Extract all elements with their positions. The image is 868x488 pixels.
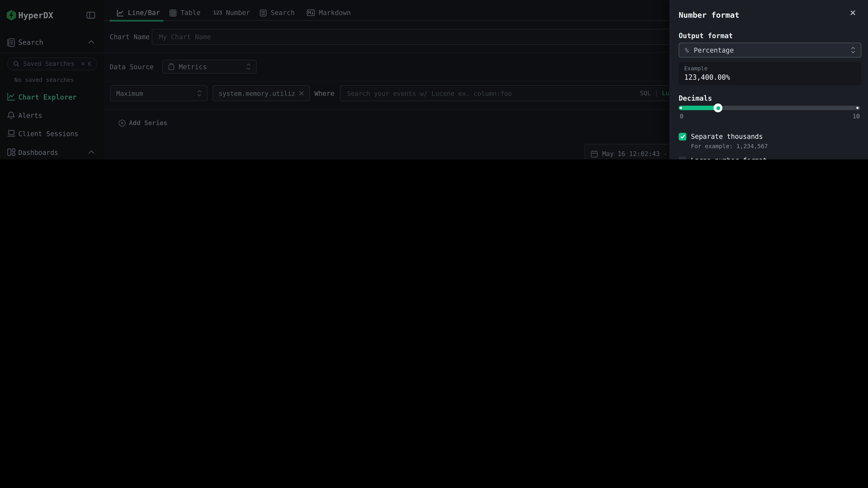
app-window: HyperDX Search Saved Searches ⌘ K xyxy=(0,0,868,159)
slider-min-label: 0 xyxy=(680,113,683,120)
slider-handle-dot xyxy=(716,106,720,110)
percent-icon: % xyxy=(685,46,689,54)
output-format-select[interactable]: % Percentage xyxy=(679,43,861,58)
decimals-slider[interactable] xyxy=(679,106,860,110)
large-number-format-checkbox[interactable] xyxy=(679,157,686,159)
check-icon xyxy=(680,134,685,139)
separate-thousands-checkbox[interactable] xyxy=(679,133,686,141)
slider-fill xyxy=(679,106,718,110)
example-label: Example xyxy=(684,65,708,71)
example-value: 123,400.00% xyxy=(684,73,730,81)
select-chevrons-icon xyxy=(851,46,855,54)
close-icon[interactable]: × xyxy=(850,7,856,18)
slider-min-dot xyxy=(680,107,682,109)
decimals-label: Decimals xyxy=(679,94,712,102)
slider-handle[interactable] xyxy=(714,103,722,112)
slider-max-label: 10 xyxy=(852,113,860,120)
modal-title: Number format xyxy=(679,10,739,19)
separate-thousands-label[interactable]: Separate thousands xyxy=(691,133,763,141)
slider-max-dot xyxy=(857,107,859,109)
separate-thousands-hint: For example: 1,234,567 xyxy=(691,143,768,150)
output-format-label: Output format xyxy=(679,31,733,40)
output-format-value: Percentage xyxy=(694,46,846,54)
number-format-modal: Number format × Output format % Percenta… xyxy=(669,0,868,159)
example-card: Example 123,400.00% xyxy=(679,62,861,85)
large-number-format-label[interactable]: Large number format xyxy=(691,157,767,159)
